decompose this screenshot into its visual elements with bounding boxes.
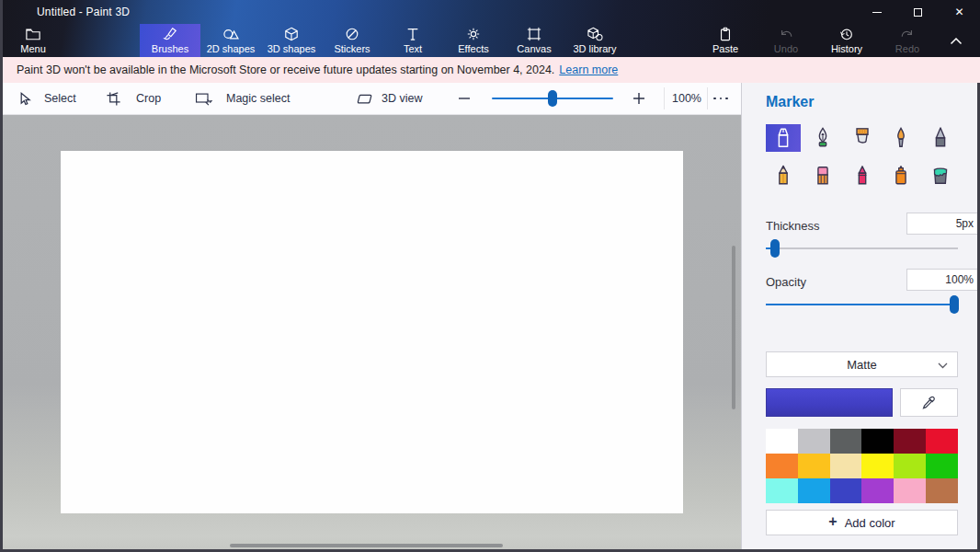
zoom-in-button[interactable] — [632, 83, 646, 114]
history-icon — [838, 27, 855, 41]
window-controls: ✕ — [856, 0, 980, 24]
tab-brushes[interactable]: Brushes — [140, 24, 200, 57]
thickness-slider-thumb[interactable] — [770, 239, 780, 258]
palette-color[interactable] — [798, 454, 830, 478]
3d-view-label[interactable]: 3D view — [382, 83, 422, 114]
palette-color[interactable] — [766, 429, 798, 454]
palette-color[interactable] — [830, 478, 862, 503]
sun-icon — [465, 27, 482, 41]
magic-select-tool[interactable] — [195, 83, 213, 114]
maximize-button[interactable] — [897, 0, 939, 24]
brush-watercolor[interactable] — [883, 124, 918, 152]
eyedropper-button[interactable] — [900, 388, 958, 417]
brush-pixel-pen[interactable] — [923, 124, 958, 152]
tab-text[interactable]: Text — [382, 24, 443, 57]
watercolor-icon — [890, 126, 912, 150]
palette-color[interactable] — [861, 454, 894, 478]
palette-color[interactable] — [766, 454, 798, 478]
vertical-scrollbar[interactable] — [732, 246, 735, 409]
palette-color[interactable] — [830, 454, 862, 478]
palette-color[interactable] — [830, 429, 862, 454]
opacity-input[interactable]: 100% — [906, 269, 980, 291]
fill-bucket-icon — [929, 164, 952, 188]
cursor-icon — [17, 91, 32, 107]
tab-canvas[interactable]: Canvas — [504, 24, 564, 57]
tab-3d-shapes[interactable]: 3D shapes — [261, 24, 322, 57]
palette-color[interactable] — [926, 454, 958, 478]
plus-icon — [632, 91, 646, 106]
oil-brush-icon — [851, 126, 873, 150]
ribbon: Menu Brushes 2D shapes 3D shapes Stick — [0, 24, 980, 57]
plus-icon: + — [828, 514, 837, 529]
more-options-button[interactable] — [713, 83, 728, 114]
thickness-slider[interactable] — [766, 247, 958, 249]
select-tool[interactable] — [17, 83, 32, 114]
palette-color[interactable] — [894, 454, 926, 478]
calligraphy-pen-icon — [812, 126, 834, 150]
horizontal-scrollbar[interactable] — [230, 544, 503, 547]
brush-oil-brush[interactable] — [845, 124, 880, 152]
redo-button[interactable]: Redo — [877, 24, 938, 57]
crop-label[interactable]: Crop — [136, 83, 161, 114]
brush-marker[interactable] — [766, 124, 801, 152]
tab-stickers[interactable]: Stickers — [322, 24, 382, 57]
zoom-slider[interactable] — [492, 98, 613, 99]
brush-crayon[interactable] — [845, 162, 880, 190]
material-dropdown[interactable]: Matte — [766, 351, 958, 377]
palette-color[interactable] — [798, 478, 830, 503]
paste-button[interactable]: Paste — [695, 24, 756, 57]
zoom-level[interactable]: 100% — [668, 83, 705, 114]
collapse-ribbon-button[interactable] — [940, 24, 973, 57]
notification-bar: Paint 3D won't be available in the Micro… — [0, 57, 980, 83]
3d-view-icon — [357, 92, 374, 106]
undo-button[interactable]: Undo — [756, 24, 816, 57]
3d-shapes-icon — [283, 27, 300, 41]
palette-color[interactable] — [894, 429, 926, 454]
tab-2d-shapes[interactable]: 2D shapes — [200, 24, 261, 57]
palette-color[interactable] — [926, 478, 958, 503]
palette-color[interactable] — [926, 429, 958, 454]
history-button[interactable]: History — [816, 24, 877, 57]
crop-tool[interactable] — [106, 83, 121, 114]
panel-title: Marker — [766, 94, 814, 110]
maximize-icon — [914, 8, 922, 17]
palette-color[interactable] — [894, 478, 926, 503]
brush-spray-can[interactable] — [883, 162, 918, 190]
canvas-workspace — [3, 115, 741, 549]
magic-select-label[interactable]: Magic select — [226, 83, 290, 114]
palette-color[interactable] — [766, 478, 798, 503]
crop-icon — [106, 91, 121, 107]
3d-view-tool[interactable] — [357, 83, 374, 114]
palette-color[interactable] — [861, 478, 894, 503]
brush-pencil[interactable] — [766, 162, 801, 190]
spray-can-icon — [890, 164, 912, 188]
menu-button[interactable]: Menu — [4, 24, 63, 57]
tab-3d-library[interactable]: 3D library — [564, 24, 625, 57]
select-label[interactable]: Select — [44, 83, 76, 114]
brush-calligraphy-pen[interactable] — [805, 124, 840, 152]
minimize-button[interactable] — [856, 0, 897, 24]
zoom-out-button[interactable] — [457, 83, 472, 114]
canvas[interactable] — [61, 151, 683, 513]
sticker-icon — [344, 27, 360, 41]
palette-color[interactable] — [798, 429, 830, 454]
palette-color[interactable] — [861, 429, 894, 454]
learn-more-link[interactable]: Learn more — [559, 63, 618, 76]
thickness-label: Thickness — [766, 219, 820, 233]
paste-icon — [717, 27, 734, 41]
opacity-slider-thumb[interactable] — [950, 295, 959, 314]
zoom-slider-thumb[interactable] — [548, 90, 557, 107]
tab-effects[interactable]: Effects — [443, 24, 504, 57]
add-color-button[interactable]: + Add color — [766, 510, 958, 535]
brush-eraser[interactable] — [805, 162, 840, 190]
thickness-input[interactable]: 5px — [906, 213, 980, 235]
close-button[interactable]: ✕ — [939, 0, 980, 24]
brush-grid — [766, 124, 958, 190]
current-color-swatch[interactable] — [766, 388, 893, 417]
brushes-panel: Marker — [741, 83, 977, 549]
ribbon-right-group: Paste Undo History Redo — [695, 24, 938, 57]
brush-fill[interactable] — [923, 162, 958, 190]
text-icon — [405, 27, 421, 41]
window-border-left — [0, 0, 3, 552]
opacity-slider[interactable] — [766, 304, 958, 305]
